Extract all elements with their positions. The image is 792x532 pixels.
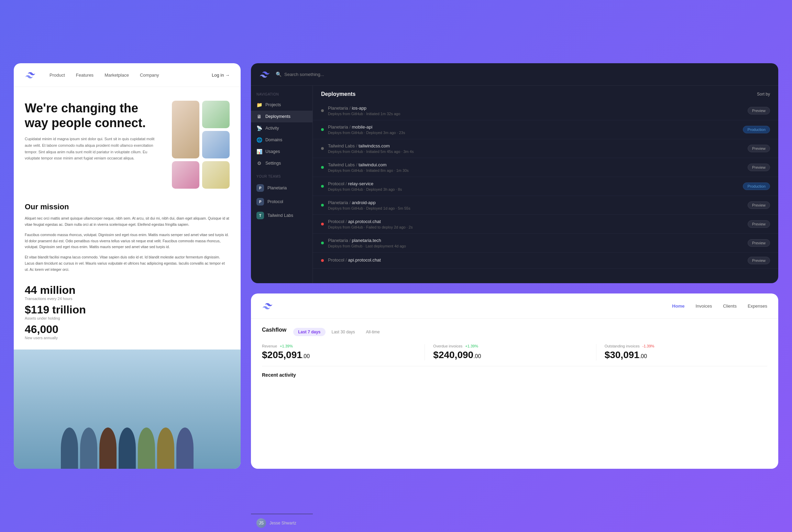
sidebar-item-activity[interactable]: 📡 Activity <box>251 122 312 134</box>
team-avatar-tailwind: T <box>256 212 264 219</box>
photo-overlay <box>14 350 241 469</box>
activity-icon: 📡 <box>256 125 262 131</box>
status-dot <box>321 185 324 188</box>
table-row: Planetaria / android-app Deploys from Gi… <box>313 196 778 215</box>
deployments-logo <box>259 69 270 80</box>
table-row: Planetaria / planetaria.tech Deploys fro… <box>313 234 778 253</box>
sidebar-item-projects[interactable]: 📁 Projects <box>251 99 312 111</box>
search-bar[interactable]: 🔍 Search something... <box>276 71 770 77</box>
outstanding-value: $30,091.00 <box>605 350 759 361</box>
teams-section-label: Your teams <box>251 173 312 181</box>
silhouette-3 <box>99 428 117 469</box>
deployment-badge[interactable]: Preview <box>748 145 770 152</box>
nav-item-home[interactable]: Home <box>672 303 684 309</box>
cashflow-tabs: Last 7 days Last 30 days All-time <box>293 328 384 336</box>
tab-last-30-days[interactable]: Last 30 days <box>327 328 360 336</box>
sidebar-item-domains[interactable]: 🌐 Domains <box>251 134 312 146</box>
table-row: Tailwind Labs / tailwindui.com Deploys f… <box>313 158 778 177</box>
deployment-repo: api.protocol.chat <box>348 219 381 224</box>
cashflow-body: Cashflow Last 7 days Last 30 days All-ti… <box>251 319 778 469</box>
search-icon: 🔍 <box>276 71 282 77</box>
stat-overdue: Overdue invoices +1.39% $240,090.00 <box>425 344 596 361</box>
overdue-change: +1.39% <box>465 344 478 348</box>
status-dot <box>321 147 324 150</box>
deployments-main: Deployments Sort by Planetaria / ios-app… <box>313 86 778 283</box>
deployment-title: Planetaria / mobile-api <box>328 124 739 130</box>
deployment-badge[interactable]: Preview <box>748 201 770 209</box>
deployment-badge[interactable]: Preview <box>748 257 770 264</box>
status-dot <box>321 109 324 112</box>
teams-section: Your teams P Planetaria P Protocol T Tai… <box>251 173 312 222</box>
mission-title: Our mission <box>25 202 230 211</box>
team-avatar-planetaria: P <box>256 184 264 192</box>
nav-link-marketplace[interactable]: Marketplace <box>104 73 129 78</box>
cashflow-panel: Home Invoices Clients Expenses Cashflow … <box>251 293 778 469</box>
nav-item-expenses[interactable]: Expenses <box>748 303 767 309</box>
deployment-badge[interactable]: Preview <box>748 239 770 247</box>
status-dot <box>321 204 324 207</box>
cashflow-title-row: Cashflow Last 7 days Last 30 days All-ti… <box>262 327 767 337</box>
monitor-icon: 🖥 <box>256 114 262 119</box>
status-dot <box>321 223 324 225</box>
deployment-info: Planetaria / mobile-api Deploys from Git… <box>328 124 739 135</box>
sidebar-item-settings[interactable]: ⚙ Settings <box>251 157 312 169</box>
stat-number-transactions: 44 million <box>25 284 230 297</box>
search-placeholder: Search something... <box>284 72 324 77</box>
revenue-change: +1.39% <box>280 344 293 348</box>
deployment-repo: mobile-api <box>352 124 372 130</box>
deployment-title: Tailwind Labs / tailwindui.com <box>328 162 744 167</box>
team-avatar-protocol: P <box>256 198 264 206</box>
nav-link-features[interactable]: Features <box>76 73 94 78</box>
deployment-meta: Deploys from GitHub · Deployed 3m ago · … <box>328 131 739 135</box>
landing-page-panel: Product Features Marketplace Company Log… <box>14 63 241 469</box>
sidebar-label-activity: Activity <box>265 126 279 131</box>
deployment-title: Planetaria / android-app <box>328 200 744 205</box>
deployment-badge[interactable]: Production <box>743 182 770 190</box>
team-item-tailwind[interactable]: T Tailwind Labs <box>251 209 312 222</box>
deployments-panel: 🔍 Search something... Navigation 📁 Proje… <box>251 63 778 283</box>
deployment-info: Planetaria / planetaria.tech Deploys fro… <box>328 238 744 248</box>
deployment-repo: planetaria.tech <box>352 238 381 243</box>
sidebar-label-deployments: Deployments <box>265 114 290 119</box>
mission-para-3: Et vitae blandit facilisi magna lacus co… <box>25 254 230 273</box>
chart-icon: 📊 <box>256 149 262 154</box>
deployment-badge[interactable]: Production <box>743 126 770 133</box>
team-name-planetaria: Planetaria <box>267 186 287 190</box>
navigation-section-label: Navigation <box>251 91 312 99</box>
silhouettes <box>60 428 195 469</box>
deployment-title: Planetaria / ios-app <box>328 106 744 111</box>
silhouette-2 <box>80 428 97 469</box>
deployments-main-header: Deployments Sort by <box>313 86 778 101</box>
team-item-planetaria[interactable]: P Planetaria <box>251 181 312 195</box>
hero-image-3 <box>202 131 230 158</box>
deployment-badge[interactable]: Preview <box>748 220 770 228</box>
deployment-info: Planetaria / ios-app Deploys from GitHub… <box>328 106 744 116</box>
deployment-badge[interactable]: Preview <box>748 164 770 171</box>
deployment-info: Planetaria / android-app Deploys from Gi… <box>328 200 744 210</box>
stat-label-users: New users annually <box>25 336 230 340</box>
deployment-org: Tailwind Labs <box>328 162 355 167</box>
deployment-title: Tailwind Labs / tailwindcss.com <box>328 143 744 148</box>
table-row: Planetaria / mobile-api Deploys from Git… <box>313 120 778 139</box>
stat-assets: $119 trillion Assets under holding <box>25 303 230 320</box>
table-row: Protocol / api.protocol.chat Preview <box>313 253 778 269</box>
nav-link-company[interactable]: Company <box>140 73 159 78</box>
team-item-protocol[interactable]: P Protocol <box>251 195 312 209</box>
overdue-label: Overdue invoices +1.39% <box>433 344 587 348</box>
team-name-tailwind: Tailwind Labs <box>267 213 293 218</box>
sidebar-item-deployments[interactable]: 🖥 Deployments <box>251 111 312 122</box>
nav-link-product[interactable]: Product <box>50 73 65 78</box>
tab-last-7-days[interactable]: Last 7 days <box>293 328 325 336</box>
gear-icon: ⚙ <box>256 160 262 166</box>
login-button[interactable]: Log in → <box>212 73 230 78</box>
sidebar-item-usages[interactable]: 📊 Usages <box>251 146 312 157</box>
tab-all-time[interactable]: All-time <box>361 328 385 336</box>
nav-item-invoices[interactable]: Invoices <box>695 303 712 309</box>
revenue-value: $205,091.00 <box>262 350 416 361</box>
deployment-org: Planetaria <box>328 238 348 243</box>
deployment-badge[interactable]: Preview <box>748 107 770 114</box>
globe-icon: 🌐 <box>256 137 262 143</box>
nav-item-clients[interactable]: Clients <box>723 303 737 309</box>
landing-logo <box>25 69 36 80</box>
sort-label[interactable]: Sort by <box>757 92 770 97</box>
